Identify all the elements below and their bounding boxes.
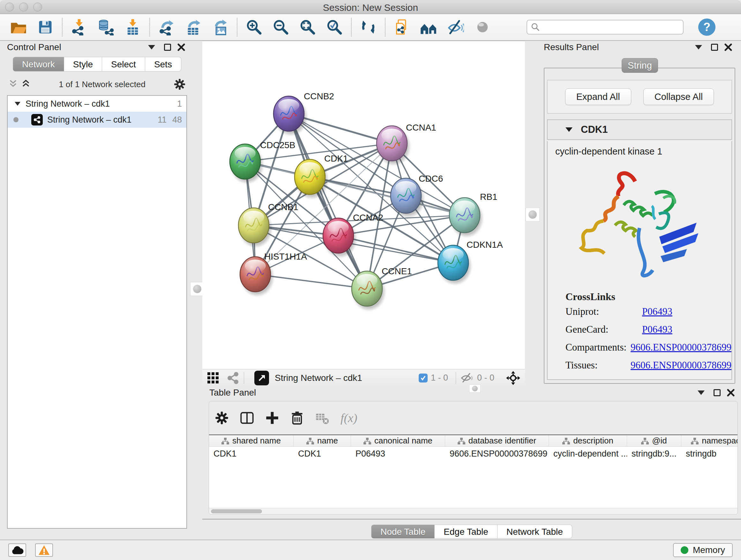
right-splitter[interactable] [525,41,539,386]
crosslink-link[interactable]: P06493 [642,324,672,335]
panel-menu-icon[interactable] [148,45,155,50]
tab-style[interactable]: Style [64,57,102,71]
column-header-name[interactable]: name [293,435,351,446]
column-header-canonical-name[interactable]: canonical name [351,435,445,446]
column-header-shared-name[interactable]: shared name [209,435,293,446]
zoom-in-button[interactable] [245,17,264,37]
column-header-database-identifier[interactable]: database identifier [445,435,549,446]
tab-node-table[interactable]: Node Table [371,524,434,539]
float-panel-icon[interactable] [714,389,721,396]
import-network-file-button[interactable] [70,17,89,37]
panel-menu-icon[interactable] [697,390,704,395]
table-horizontal-scrollbar[interactable] [209,508,738,514]
import-network-database-button[interactable] [96,17,116,37]
export-network-button[interactable] [157,17,176,37]
zoom-fit-button[interactable] [298,17,317,37]
zoom-out-button[interactable] [271,17,290,37]
selected-checkbox-icon[interactable] [419,374,428,382]
tab-select[interactable]: Select [102,57,145,71]
cloud-status-button[interactable] [8,543,26,557]
memory-button[interactable]: Memory [673,543,733,557]
tab-network-table[interactable]: Network Table [497,524,572,539]
cell[interactable]: P06493 [351,449,445,459]
warnings-button[interactable] [35,543,53,557]
detach-view-button[interactable] [254,371,269,385]
close-panel-icon[interactable] [724,44,732,51]
cell[interactable]: stringdb [681,449,738,459]
cytoscape-window: Session: New Session [0,0,741,560]
cell[interactable]: stringdb:9... [627,449,681,459]
node-RB1[interactable] [449,198,482,236]
grid-view-icon[interactable] [207,372,219,384]
import-table-file-button[interactable] [123,17,142,37]
protein-section-header[interactable]: CDK1 [547,119,732,140]
apply-layout-button[interactable] [359,17,378,37]
tree-expand-icon[interactable] [15,102,20,106]
tab-edge-table[interactable]: Edge Table [434,524,497,539]
gear-icon[interactable] [174,78,186,90]
column-header-description[interactable]: description [549,435,627,446]
tab-network[interactable]: Network [13,57,64,71]
help-button[interactable]: ? [698,18,716,36]
delete-column-icon[interactable] [290,411,304,425]
export-image-button[interactable] [211,17,230,37]
hide-unhide-button[interactable] [446,17,465,37]
node-CCNA1[interactable] [377,126,409,164]
column-header-namespace[interactable]: namespace [681,435,738,446]
birds-eye-icon[interactable] [506,371,521,385]
network-row[interactable]: String Network – cdk1 11 48 [8,112,186,128]
function-builder-button[interactable]: f(x) [340,411,357,425]
cell[interactable]: 9606.ENSP00000378699 [445,449,549,459]
table-settings-gear-icon[interactable] [215,411,229,425]
column-header--id[interactable]: @id [627,435,681,446]
node-CCNE1[interactable] [352,271,384,309]
edge[interactable] [338,236,453,263]
crosslink-link[interactable]: 9606.ENSP00000378699 [630,341,731,353]
float-panel-icon[interactable] [711,44,718,51]
export-table-button[interactable] [184,17,203,37]
node-CDC25B[interactable] [230,144,262,182]
network-collection-row[interactable]: String Network – cdk1 1 [8,96,186,112]
show-hidden-button[interactable] [473,17,492,37]
node-CCNB2[interactable] [273,96,306,134]
open-session-button[interactable] [9,17,28,37]
close-panel-icon[interactable] [178,44,185,51]
cell[interactable]: CDK1 [209,449,293,459]
delete-table-icon[interactable] [315,411,330,425]
network-canvas[interactable]: CCNB2CCNA1CDC25BCDK1CDC6RB1CCNB1CCNA2CDK… [202,41,525,369]
control-panel-title: Control Panel [7,42,61,52]
collapse-all-button[interactable]: Collapse All [643,88,714,105]
crosslink-link[interactable]: P06493 [642,306,672,317]
zoom-selected-button[interactable] [325,17,344,37]
expand-all-button[interactable]: Expand All [565,88,631,105]
copy-network-button[interactable] [393,17,412,37]
node-CCNA2[interactable] [323,218,355,256]
cell[interactable]: CDK1 [293,449,351,459]
expand-all-icon[interactable] [21,79,30,89]
float-panel-icon[interactable] [164,44,171,51]
close-panel-icon[interactable] [727,389,735,396]
panel-menu-icon[interactable] [695,45,702,50]
search-input[interactable] [540,22,679,33]
section-expand-icon[interactable] [565,127,572,132]
left-splitter[interactable] [192,41,202,386]
crosslink-link[interactable]: 9606.ENSP00000378699 [630,360,731,371]
splitter-handle[interactable] [469,384,481,393]
show-all-networks-button[interactable] [419,17,439,37]
node-CDKN1A[interactable] [438,245,470,284]
show-columns-icon[interactable] [240,411,254,425]
edge[interactable] [289,114,367,289]
cell[interactable]: cyclin-dependent ... [549,449,627,459]
add-column-icon[interactable] [265,411,279,425]
save-session-button[interactable] [36,17,55,37]
tab-sets[interactable]: Sets [145,57,181,71]
tab-string[interactable]: String [622,58,658,73]
network-graph[interactable]: CCNB2CCNA1CDC25BCDK1CDC6RB1CCNB1CCNA2CDK… [202,41,525,369]
crosslink-link[interactable]: P06493 [642,377,672,380]
collapse-all-icon[interactable] [8,79,18,89]
node-CDK1[interactable] [294,159,327,198]
share-view-icon[interactable] [226,372,239,384]
scrollbar-thumb[interactable] [211,509,262,513]
table-row[interactable]: CDK1CDK1P064939606.ENSP00000378699cyclin… [209,447,738,461]
splitter-handle[interactable] [526,207,540,222]
